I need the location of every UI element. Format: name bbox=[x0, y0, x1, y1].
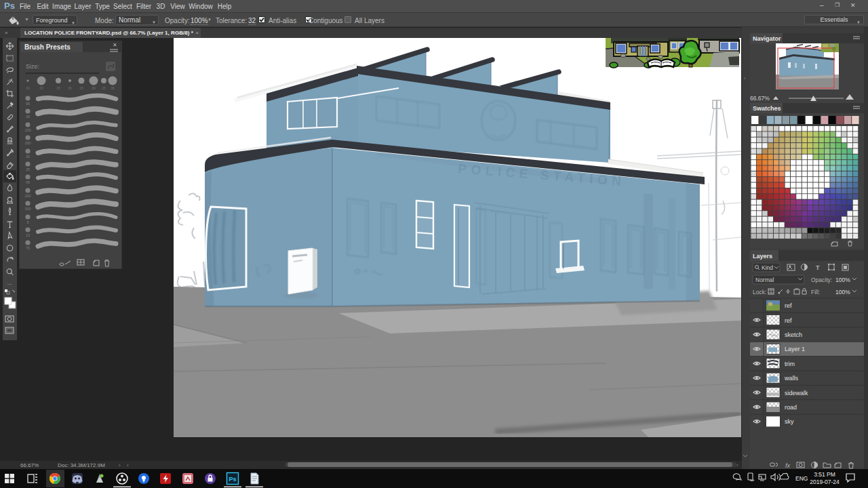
svg-text:Fill:: Fill: bbox=[811, 289, 820, 296]
svg-text:Ps: Ps bbox=[229, 476, 236, 483]
svg-text:sky: sky bbox=[785, 418, 794, 425]
svg-text:Normal: Normal bbox=[755, 277, 774, 283]
svg-text:2019-07-24: 2019-07-24 bbox=[810, 479, 840, 485]
svg-text:13: 13 bbox=[26, 233, 30, 237]
svg-text:✕: ✕ bbox=[113, 42, 117, 48]
svg-text:Opacity:: Opacity: bbox=[811, 277, 832, 283]
svg-text:36: 36 bbox=[92, 86, 96, 90]
svg-text:Swatches: Swatches bbox=[753, 105, 781, 112]
svg-text:9: 9 bbox=[26, 220, 28, 224]
svg-text:road: road bbox=[785, 404, 797, 411]
svg-text:30: 30 bbox=[26, 155, 30, 159]
svg-text:ref: ref bbox=[785, 317, 792, 324]
svg-text:70: 70 bbox=[26, 246, 30, 250]
svg-text:300: 300 bbox=[24, 207, 31, 211]
svg-text:25: 25 bbox=[56, 86, 60, 90]
svg-text:sketch: sketch bbox=[785, 331, 802, 338]
svg-text:ref: ref bbox=[785, 302, 792, 309]
svg-text:200: 200 bbox=[24, 194, 31, 198]
svg-text:Layers: Layers bbox=[753, 253, 772, 260]
svg-text:Layer 1: Layer 1 bbox=[785, 346, 805, 352]
svg-text:25: 25 bbox=[102, 86, 106, 90]
svg-text:36: 36 bbox=[68, 86, 72, 90]
svg-text:T: T bbox=[816, 264, 820, 271]
svg-text:trim: trim bbox=[785, 361, 795, 367]
svg-text:Navigator: Navigator bbox=[753, 35, 781, 42]
svg-text:36: 36 bbox=[111, 86, 115, 90]
svg-text:45: 45 bbox=[26, 180, 30, 184]
svg-text:66.67%: 66.67% bbox=[750, 95, 770, 102]
svg-text:100%: 100% bbox=[835, 277, 850, 283]
svg-text:100%: 100% bbox=[835, 289, 850, 296]
svg-text:fx: fx bbox=[785, 462, 791, 469]
svg-text:3:51 PM: 3:51 PM bbox=[814, 471, 835, 478]
svg-text:Lock:: Lock: bbox=[753, 289, 766, 296]
svg-text:25: 25 bbox=[26, 167, 30, 171]
svg-text:...: ... bbox=[7, 280, 12, 286]
svg-text:25: 25 bbox=[79, 86, 83, 90]
svg-text:30: 30 bbox=[39, 86, 43, 90]
svg-text:Size:: Size: bbox=[26, 63, 39, 70]
svg-text:walls: walls bbox=[784, 375, 799, 382]
svg-text:95: 95 bbox=[26, 102, 30, 106]
svg-text:Brush Presets: Brush Presets bbox=[24, 43, 71, 51]
svg-text:Kind: Kind bbox=[762, 264, 773, 271]
svg-text:36: 36 bbox=[26, 115, 30, 119]
svg-text:ENG: ENG bbox=[795, 475, 808, 482]
svg-text:100: 100 bbox=[24, 128, 31, 132]
svg-text:150: 150 bbox=[24, 141, 31, 145]
svg-text:30: 30 bbox=[26, 86, 30, 90]
svg-text:sidewalk: sidewalk bbox=[785, 390, 808, 396]
